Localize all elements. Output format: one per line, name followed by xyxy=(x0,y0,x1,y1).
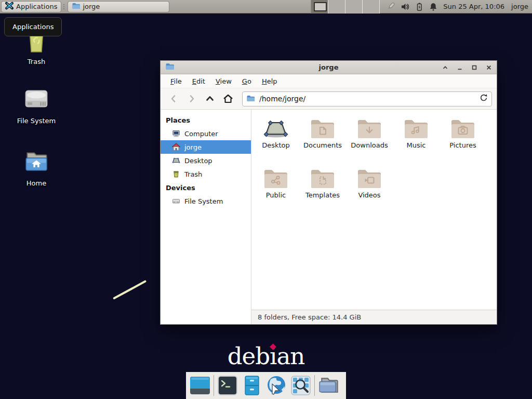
volume-icon[interactable] xyxy=(401,2,410,11)
home-folder-icon xyxy=(21,149,51,178)
workspace-2[interactable] xyxy=(328,0,345,14)
taskbar-window-button[interactable]: jorge xyxy=(68,1,169,12)
forward-button[interactable] xyxy=(183,91,200,107)
applications-menu-button[interactable]: Applications xyxy=(1,1,61,12)
menu-view[interactable]: View xyxy=(210,75,237,87)
sidebar-item-desktop[interactable]: Desktop xyxy=(161,154,251,167)
file-item-downloads[interactable]: Downloads xyxy=(346,117,393,167)
debian-logo: debian xyxy=(0,342,532,370)
applications-menu-label: Applications xyxy=(16,3,57,10)
sidebar-item-trash[interactable]: Trash xyxy=(161,167,251,181)
sidebar-item-label: Trash xyxy=(184,170,202,178)
workspace-4[interactable] xyxy=(363,0,380,14)
file-label: Videos xyxy=(358,191,380,199)
menu-edit[interactable]: Edit xyxy=(187,75,210,87)
window-titlebar[interactable]: jorge xyxy=(161,61,497,74)
file-item-public[interactable]: Public xyxy=(252,167,299,217)
workspace-1[interactable] xyxy=(311,0,328,14)
application-finder-icon xyxy=(290,375,311,396)
web-browser-globe-icon xyxy=(265,375,287,396)
file-label: Public xyxy=(266,191,286,199)
file-item-documents[interactable]: Documents xyxy=(299,117,346,167)
window-close-button[interactable] xyxy=(485,64,492,71)
stray-line-artifact xyxy=(113,280,147,300)
home-icon xyxy=(172,143,180,151)
debian-logo-i: i xyxy=(270,342,276,370)
file-label: Desktop xyxy=(262,141,290,149)
dock-separator xyxy=(314,375,315,396)
taskbar-window-label: jorge xyxy=(83,3,100,10)
desktop-icon-label: Home xyxy=(26,179,46,187)
show-desktop-button[interactable] xyxy=(189,374,211,397)
file-manager-button[interactable] xyxy=(317,374,339,397)
debian-logo-text: an xyxy=(276,342,304,370)
dock-panel xyxy=(186,372,346,399)
desktop-icon-file-system[interactable]: File System xyxy=(5,86,68,125)
window-maximize-button[interactable] xyxy=(471,64,477,71)
menu-help[interactable]: Help xyxy=(257,75,283,87)
folder-templates-icon xyxy=(309,167,336,190)
tasklist-drag-handle[interactable] xyxy=(61,2,66,12)
menu-go[interactable]: Go xyxy=(237,75,257,87)
file-cabinet-button[interactable] xyxy=(241,374,263,397)
sidebar-item-label: Computer xyxy=(184,130,218,138)
window-shade-button[interactable] xyxy=(442,64,448,71)
battery-icon[interactable] xyxy=(415,2,424,11)
folder-icon xyxy=(72,2,80,11)
file-label: Pictures xyxy=(449,141,476,149)
terminal-icon xyxy=(217,375,238,396)
sidebar-item-computer[interactable]: Computer xyxy=(161,127,251,140)
sidebar-item-jorge[interactable]: jorge xyxy=(161,140,251,154)
top-panel: Applications jorge xyxy=(0,0,532,14)
menubar: File Edit View Go Help xyxy=(161,74,497,88)
system-tray xyxy=(386,2,438,11)
sidebar-item-label: Desktop xyxy=(184,157,212,165)
reload-icon[interactable] xyxy=(480,94,488,104)
desktop-icon-home[interactable]: Home xyxy=(5,149,68,187)
file-item-videos[interactable]: Videos xyxy=(346,167,393,217)
computer-icon xyxy=(172,129,180,138)
file-item-desktop[interactable]: Desktop xyxy=(252,117,299,167)
menu-file[interactable]: File xyxy=(165,75,187,87)
panel-username[interactable]: jorge xyxy=(511,3,528,10)
folder-downloads-icon xyxy=(356,117,383,140)
debian-logo-text: deb xyxy=(228,342,270,370)
dock-separator xyxy=(214,375,214,396)
file-manager-window: jorge File Edit View Go Help xyxy=(160,60,497,325)
sidebar-item-label: File System xyxy=(184,197,223,205)
workspace-pager xyxy=(311,0,380,14)
toolbar xyxy=(161,88,497,110)
terminal-button[interactable] xyxy=(217,374,238,397)
pen-tray-icon[interactable] xyxy=(386,2,396,11)
file-item-pictures[interactable]: Pictures xyxy=(440,117,486,167)
notifications-bell-icon[interactable] xyxy=(429,2,438,11)
window-minimize-button[interactable] xyxy=(456,64,463,71)
tooltip-text: Applications xyxy=(12,23,54,31)
workspace-3[interactable] xyxy=(345,0,363,14)
web-browser-button[interactable] xyxy=(265,374,287,397)
file-item-music[interactable]: Music xyxy=(393,117,440,167)
desktop-icon-label: File System xyxy=(17,117,56,125)
up-button[interactable] xyxy=(202,91,218,107)
file-label: Documents xyxy=(303,141,342,149)
sidebar-header-places: Places xyxy=(161,113,251,127)
application-finder-button[interactable] xyxy=(290,374,312,397)
location-input[interactable] xyxy=(258,94,476,103)
panel-clock[interactable]: Sun 25 Apr, 10:06 xyxy=(443,3,504,10)
folder-music-icon xyxy=(403,117,430,140)
sidebar-item-file-system[interactable]: File System xyxy=(161,194,251,208)
home-button[interactable] xyxy=(220,91,236,107)
file-item-templates[interactable]: Templates xyxy=(299,167,346,217)
file-manager-folder-icon xyxy=(317,375,339,396)
sidebar-item-label: jorge xyxy=(184,143,202,151)
folder-videos-icon xyxy=(356,167,383,190)
file-label: Templates xyxy=(305,191,340,199)
desktop-icon-label: Trash xyxy=(28,58,45,65)
path-folder-icon xyxy=(246,94,255,104)
desktop-icon xyxy=(172,156,180,165)
location-bar[interactable] xyxy=(242,91,492,107)
file-grid: Desktop Documents xyxy=(251,110,497,310)
trash-icon xyxy=(172,170,180,178)
file-label: Music xyxy=(407,141,426,149)
back-button[interactable] xyxy=(165,91,182,107)
